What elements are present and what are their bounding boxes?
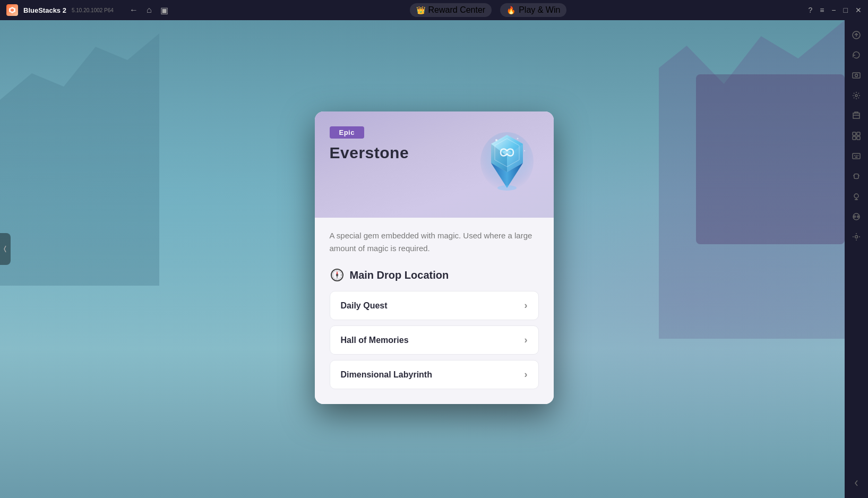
svg-rect-8: [857, 132, 860, 135]
svg-point-5: [855, 74, 858, 77]
svg-point-29: [517, 138, 518, 140]
right-sidebar: [845, 20, 868, 498]
sidebar-icon-2[interactable]: [847, 46, 866, 65]
location-name-1: Hall of Memories: [341, 336, 409, 345]
minimize-button[interactable]: −: [831, 6, 836, 14]
titlebar-center: 👑 Reward Center 🔥 Play & Win: [410, 3, 567, 17]
close-button[interactable]: ✕: [855, 6, 862, 14]
item-card: Epic Everstone: [315, 111, 554, 404]
location-item-1[interactable]: Hall of Memories ›: [330, 325, 539, 355]
svg-rect-4: [853, 73, 860, 78]
svg-point-18: [854, 216, 856, 218]
sidebar-icon-7[interactable]: [847, 147, 866, 166]
rarity-badge: Epic: [330, 126, 364, 139]
location-name-2: Dimensional Labyrinth: [341, 370, 432, 380]
sidebar-icon-8[interactable]: [847, 167, 866, 186]
bluestacks-logo: [6, 4, 18, 16]
item-description: A special gem embedded with magic. Used …: [330, 229, 539, 255]
svg-rect-10: [857, 136, 860, 140]
svg-point-28: [495, 139, 497, 141]
svg-point-6: [855, 95, 857, 97]
app-name: BlueStacks 2: [23, 6, 66, 14]
location-list: Daily Quest › Hall of Memories › Dimensi…: [330, 291, 539, 389]
sidebar-icon-9[interactable]: [847, 187, 866, 206]
sidebar-icon-settings[interactable]: [847, 227, 866, 246]
sidebar-icon-3[interactable]: [847, 66, 866, 85]
chevron-right-icon-0: ›: [525, 300, 528, 311]
sidebar-icon-10[interactable]: [847, 207, 866, 226]
svg-point-20: [855, 236, 858, 238]
card-backdrop: Epic Everstone: [315, 111, 554, 404]
titlebar-left: BlueStacks 2 5.10.20.1002 P64 ← ⌂ ▣: [6, 4, 168, 16]
item-gem-icon: [475, 124, 539, 199]
play-and-win-button[interactable]: 🔥 Play & Win: [500, 3, 566, 17]
card-header: Epic Everstone: [315, 111, 554, 218]
titlebar: BlueStacks 2 5.10.20.1002 P64 ← ⌂ ▣ 👑 Re…: [0, 0, 868, 20]
chevron-right-icon-2: ›: [525, 369, 528, 380]
location-item-0[interactable]: Daily Quest ›: [330, 291, 539, 320]
location-item-2[interactable]: Dimensional Labyrinth ›: [330, 360, 539, 389]
reward-center-button[interactable]: 👑 Reward Center: [410, 3, 492, 17]
svg-rect-7: [853, 132, 856, 135]
crown-icon: 👑: [416, 6, 425, 14]
svg-point-31: [497, 185, 517, 191]
sidebar-icon-1[interactable]: [847, 25, 866, 45]
left-sidebar-toggle[interactable]: [0, 233, 11, 265]
chevron-right-icon-1: ›: [525, 334, 528, 346]
svg-point-19: [857, 216, 859, 218]
flame-icon: 🔥: [506, 6, 515, 14]
compass-icon: [330, 268, 345, 282]
drop-location-title: Main Drop Location: [350, 269, 449, 281]
sidebar-icon-5[interactable]: [847, 106, 866, 125]
svg-rect-9: [853, 136, 856, 140]
drop-location-header: Main Drop Location: [330, 268, 539, 282]
version-label: 5.10.20.1002 P64: [72, 7, 114, 13]
svg-point-36: [336, 274, 338, 276]
sidebar-icon-4[interactable]: [847, 86, 866, 105]
help-button[interactable]: ?: [808, 6, 812, 14]
sidebar-icon-6[interactable]: [847, 126, 866, 145]
window-button[interactable]: ▣: [160, 5, 168, 15]
svg-point-16: [854, 194, 858, 198]
maximize-button[interactable]: □: [844, 6, 848, 14]
reward-center-label: Reward Center: [428, 5, 486, 15]
card-body: A special gem embedded with magic. Used …: [315, 218, 554, 404]
titlebar-nav: ← ⌂ ▣: [130, 5, 168, 15]
location-name-0: Daily Quest: [341, 301, 388, 311]
home-button[interactable]: ⌂: [147, 5, 152, 15]
bg-panel-right: [696, 74, 845, 244]
svg-point-30: [524, 150, 525, 151]
back-button[interactable]: ←: [130, 5, 138, 15]
titlebar-right: ? ≡ − □ ✕: [808, 6, 862, 14]
play-and-win-label: Play & Win: [519, 5, 560, 15]
sidebar-icon-collapse[interactable]: [847, 474, 866, 493]
menu-button[interactable]: ≡: [820, 6, 824, 14]
